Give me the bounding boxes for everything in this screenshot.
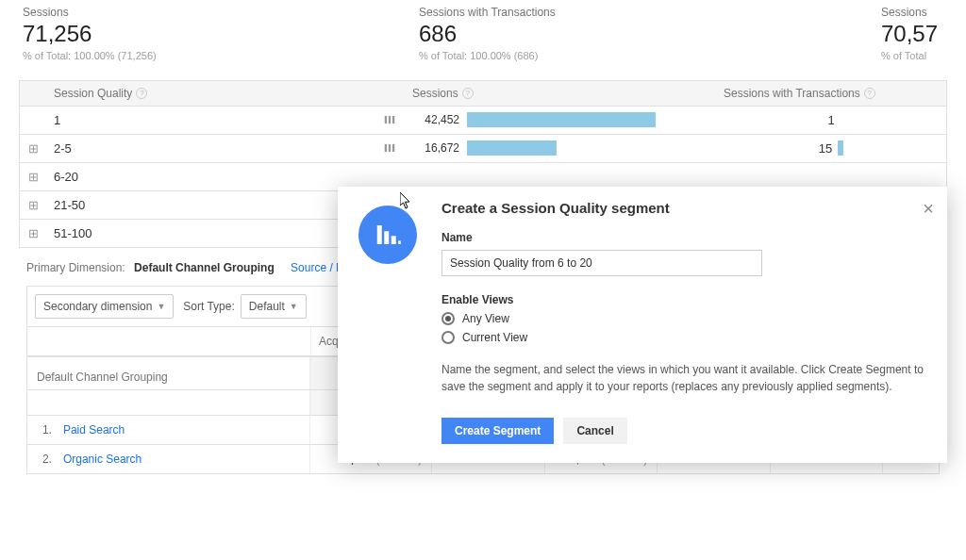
sq-bucket-label: 1	[54, 113, 60, 127]
create-segment-button[interactable]: Create Segment	[441, 418, 554, 444]
row-index: 1.	[27, 416, 56, 444]
scorecard-transactions: Sessions with Transactions 686 % of Tota…	[415, 0, 877, 71]
close-icon[interactable]: ×	[923, 198, 934, 220]
segment-bar-icon	[358, 206, 417, 264]
sq-trans-value: 1	[827, 113, 834, 127]
name-label: Name	[441, 231, 926, 244]
radio-current-view[interactable]: Current View	[441, 331, 926, 344]
sq-trans-value: 15	[819, 141, 832, 156]
sq-sessions-value: 42,452	[412, 113, 459, 126]
expand-icon[interactable]: ⊞	[20, 170, 46, 184]
scorecard-label: Sessions	[881, 6, 943, 19]
sort-type-label: Sort Type:	[183, 300, 234, 313]
row-index: 2.	[27, 445, 56, 473]
sq-bucket-label: 6-20	[54, 170, 78, 184]
help-icon[interactable]: ?	[864, 88, 875, 99]
svg-rect-6	[377, 225, 382, 244]
svg-rect-3	[385, 144, 387, 152]
expand-icon[interactable]: ⊞	[20, 226, 46, 240]
svg-rect-2	[392, 116, 394, 124]
create-segment-dialog: × Create a Session Quality segment Name …	[338, 187, 947, 463]
scorecard-sub: % of Total: 100.00% (686)	[419, 50, 874, 61]
create-segment-icon[interactable]	[382, 140, 397, 156]
help-icon[interactable]: ?	[136, 88, 147, 99]
svg-rect-8	[391, 236, 396, 244]
sq-bucket-label: 2-5	[54, 141, 72, 156]
scorecard-sessions: Sessions 71,256 % of Total: 100.00% (71,…	[19, 0, 415, 71]
scorecard-cut: Sessions 70,57 % of Total	[877, 0, 947, 71]
caret-icon: ▼	[290, 302, 298, 311]
create-segment-icon[interactable]	[382, 112, 397, 127]
radio-icon	[441, 312, 455, 325]
caret-icon: ▼	[157, 302, 165, 311]
scorecard-sub: % of Total	[881, 50, 943, 61]
pd-label: Primary Dimension:	[26, 261, 125, 274]
scorecard-label: Sessions	[23, 6, 411, 19]
header-transactions: Sessions with Transactions?	[724, 87, 875, 100]
views-label: Enable Views	[441, 293, 926, 306]
svg-rect-4	[389, 144, 391, 152]
sq-row[interactable]: ⊞2-516,67215	[20, 135, 946, 163]
dialog-help-text: Name the segment, and select the views i…	[441, 361, 926, 395]
svg-rect-5	[392, 144, 394, 152]
secondary-dimension-button[interactable]: Secondary dimension▼	[35, 294, 174, 319]
header-session-quality: Session Quality?	[54, 87, 147, 100]
radio-any-view[interactable]: Any View	[441, 312, 926, 325]
help-icon[interactable]: ?	[462, 88, 474, 99]
svg-rect-1	[389, 116, 391, 124]
header-sessions: Sessions?	[412, 87, 474, 100]
pd-active[interactable]: Default Channel Grouping	[134, 261, 275, 274]
svg-rect-7	[384, 231, 389, 244]
sort-type-button[interactable]: Default▼	[241, 294, 307, 319]
channel-link[interactable]: Paid Search	[56, 416, 309, 444]
column-channel[interactable]: Default Channel Grouping	[27, 357, 310, 389]
expand-icon[interactable]: ⊞	[20, 141, 46, 156]
scorecard-value: 71,256	[23, 21, 411, 48]
sq-trans-bar	[838, 140, 843, 156]
scorecard-label: Sessions with Transactions	[419, 6, 874, 19]
segment-name-input[interactable]	[441, 250, 762, 276]
sq-sessions-value: 16,672	[412, 141, 459, 155]
sq-row[interactable]: 142,4521	[20, 107, 946, 135]
expand-icon[interactable]: ⊞	[20, 198, 46, 212]
sq-bucket-label: 21-50	[54, 198, 85, 212]
sq-sessions-bar	[467, 140, 557, 156]
radio-icon	[441, 331, 455, 344]
scorecard-sub: % of Total: 100.00% (71,256)	[23, 50, 411, 61]
svg-rect-9	[398, 240, 401, 244]
cancel-button[interactable]: Cancel	[563, 418, 626, 444]
scorecard-value: 70,57	[881, 21, 943, 48]
sq-sessions-bar	[467, 112, 656, 127]
scorecard-value: 686	[419, 21, 874, 48]
sq-bucket-label: 51-100	[54, 226, 92, 240]
svg-rect-0	[385, 116, 387, 124]
channel-link[interactable]: Organic Search	[56, 445, 309, 473]
dialog-title: Create a Session Quality segment	[441, 200, 926, 216]
